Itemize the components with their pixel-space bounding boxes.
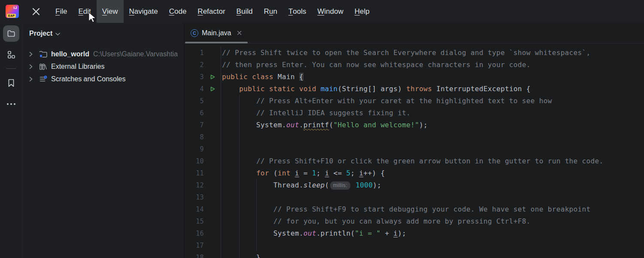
chevron-right-icon[interactable] <box>29 52 35 57</box>
menu-tools[interactable]: Tools <box>283 0 312 23</box>
editor-tab-bar: C Main.java <box>184 23 644 43</box>
project-folder-icon[interactable] <box>3 25 19 42</box>
project-panel-header[interactable]: Project <box>22 23 184 44</box>
menu-code[interactable]: Code <box>164 0 192 23</box>
menu-navigate[interactable]: Navigate <box>124 0 164 23</box>
code-line: 2// then press Enter. You can now see wh… <box>184 59 644 71</box>
line-number: 18 <box>184 252 204 258</box>
code-text[interactable]: for (int i = 1; i <= 5; i++) { <box>221 167 644 179</box>
project-panel-title: Project <box>29 30 52 37</box>
project-panel: Project hello_worldC:\Users\Gaiane.Varva… <box>22 23 184 258</box>
code-text[interactable]: // then press Enter. You can now see whi… <box>221 59 644 71</box>
editor-area: C Main.java 1// Press Shift twice to ope… <box>184 23 644 258</box>
indent-guide <box>256 179 257 252</box>
line-number: 3 <box>184 71 204 83</box>
eap-badge: EAP <box>7 14 16 18</box>
code-text[interactable] <box>221 131 644 143</box>
menu-window[interactable]: Window <box>312 0 349 23</box>
chevron-right-icon[interactable] <box>29 77 35 82</box>
code-text[interactable]: // Press Shift twice to open the Search … <box>221 47 644 59</box>
activity-bar-divider <box>6 68 16 69</box>
menu-view[interactable]: View <box>97 0 124 23</box>
gutter-space <box>204 131 221 143</box>
gutter-space <box>204 191 221 203</box>
code-text[interactable]: // Press Alt+Enter with your caret at th… <box>221 95 644 107</box>
gutter-space <box>204 143 221 155</box>
line-number: 1 <box>184 47 204 59</box>
code-text[interactable]: Thread.sleep(millis: 1000); <box>221 179 644 191</box>
line-number: 6 <box>184 107 204 119</box>
line-number: 15 <box>184 215 204 227</box>
gutter-space <box>204 107 221 119</box>
gutter-space <box>204 215 221 227</box>
mouse-cursor <box>87 12 97 25</box>
run-button[interactable] <box>204 71 221 83</box>
line-number: 11 <box>184 167 204 179</box>
more-icon[interactable] <box>3 96 19 112</box>
external-libraries-icon <box>39 63 48 71</box>
scratches-icon <box>39 75 48 83</box>
code-line: 3public class Main { <box>184 71 644 83</box>
code-text[interactable]: // for you, but you can always add more … <box>221 215 644 227</box>
menu-refactor[interactable]: Refactor <box>192 0 231 23</box>
line-number: 13 <box>184 191 204 203</box>
gutter-space <box>204 155 221 167</box>
tab-main-java[interactable]: C Main.java <box>185 23 248 43</box>
code-line: 7 System.out.printf("Hello and welcome!"… <box>184 119 644 131</box>
code-line: 5 // Press Alt+Enter with your caret at … <box>184 95 644 107</box>
code-text[interactable] <box>221 191 644 203</box>
code-text[interactable]: // IntelliJ IDEA suggests fixing it. <box>221 107 644 119</box>
gutter-space <box>204 203 221 215</box>
menu-file[interactable]: File <box>50 0 73 23</box>
gutter-space <box>204 179 221 191</box>
tree-item-scratches-and-consoles[interactable]: Scratches and Consoles <box>22 73 184 85</box>
main-area: Project hello_worldC:\Users\Gaiane.Varva… <box>0 23 644 258</box>
chevron-down-icon <box>55 30 60 37</box>
code-text[interactable]: public class Main { <box>221 71 644 83</box>
line-number: 7 <box>184 119 204 131</box>
gutter-space <box>204 252 221 258</box>
code-text[interactable] <box>221 240 644 252</box>
code-line: 10 // Press Shift+F10 or click the green… <box>184 155 644 167</box>
close-icon[interactable] <box>30 0 42 23</box>
tree-item-label: Scratches and Consoles <box>51 75 125 83</box>
code-text[interactable] <box>221 143 644 155</box>
menu-help[interactable]: Help <box>349 0 375 23</box>
chevron-right-icon[interactable] <box>29 64 35 69</box>
code-text[interactable]: // Press Shift+F10 or click the green ar… <box>221 155 644 167</box>
code-text[interactable]: } <box>221 252 644 258</box>
tab-close-icon[interactable] <box>237 30 242 36</box>
code-text[interactable]: System.out.println("i = " + i); <box>221 227 644 240</box>
line-number: 12 <box>184 179 204 191</box>
tree-item-label: hello_world <box>51 50 89 58</box>
bookmarks-icon[interactable] <box>3 75 19 91</box>
intellij-logo-icon: IJ EAP <box>6 5 19 18</box>
code-line: 18 } <box>184 252 644 258</box>
gutter-space <box>204 47 221 59</box>
main-menu: FileEditViewNavigateCodeRefactorBuildRun… <box>50 0 375 23</box>
line-number: 4 <box>184 83 204 95</box>
tree-item-external-libraries[interactable]: External Libraries <box>22 60 184 73</box>
code-text[interactable]: public static void main(String[] args) t… <box>221 83 644 95</box>
code-line: 4 public static void main(String[] args)… <box>184 83 644 95</box>
structure-icon[interactable] <box>3 46 19 63</box>
code-line: 13 <box>184 191 644 203</box>
code-editor[interactable]: 1// Press Shift twice to open the Search… <box>184 43 644 258</box>
tree-item-hello-world[interactable]: hello_worldC:\Users\Gaiane.Varvashtia <box>22 48 184 60</box>
line-number: 17 <box>184 240 204 252</box>
line-number: 10 <box>184 155 204 167</box>
code-line: 1// Press Shift twice to open the Search… <box>184 47 644 59</box>
code-line: 12 Thread.sleep(millis: 1000); <box>184 179 644 191</box>
menu-build[interactable]: Build <box>231 0 258 23</box>
menu-run[interactable]: Run <box>258 0 283 23</box>
code-text[interactable]: System.out.printf("Hello and welcome!"); <box>221 119 644 131</box>
inlay-hint: millis: <box>330 181 351 190</box>
run-button[interactable] <box>204 83 221 95</box>
code-line: 14 // Press Shift+F9 to start debugging … <box>184 203 644 215</box>
project-tree: hello_worldC:\Users\Gaiane.VarvashtiaExt… <box>22 44 184 85</box>
gutter-space <box>204 59 221 71</box>
gutter-space <box>204 95 221 107</box>
code-text[interactable]: // Press Shift+F9 to start debugging you… <box>221 203 644 215</box>
project-dir-icon <box>39 50 48 58</box>
line-number: 5 <box>184 95 204 107</box>
